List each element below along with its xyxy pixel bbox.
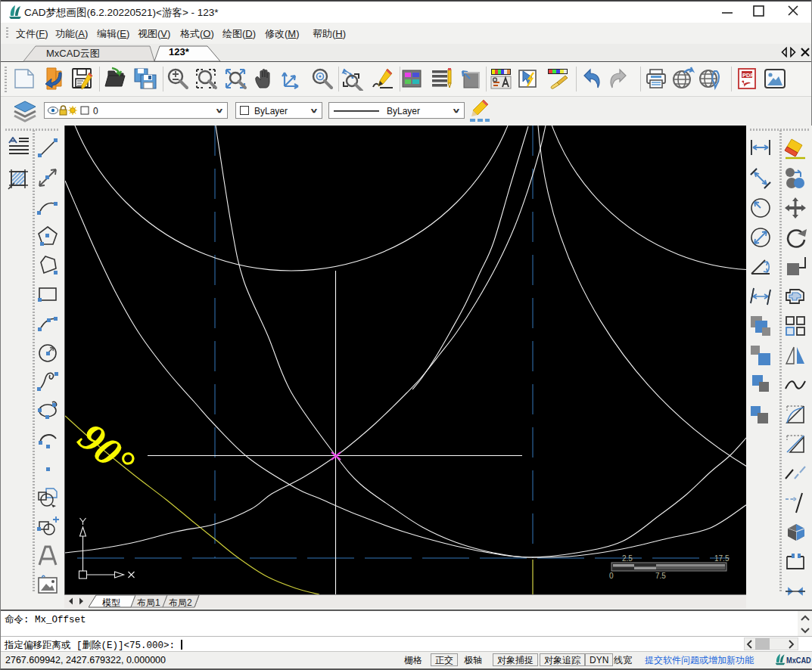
svg-text:90°: 90° bbox=[70, 414, 143, 486]
svg-text:17.5: 17.5 bbox=[714, 554, 730, 563]
svg-text:PDF: PDF bbox=[742, 72, 754, 79]
svg-text:0: 0 bbox=[609, 572, 614, 580]
svg-text:2.5: 2.5 bbox=[622, 554, 633, 563]
svg-text:7.5: 7.5 bbox=[655, 572, 666, 580]
